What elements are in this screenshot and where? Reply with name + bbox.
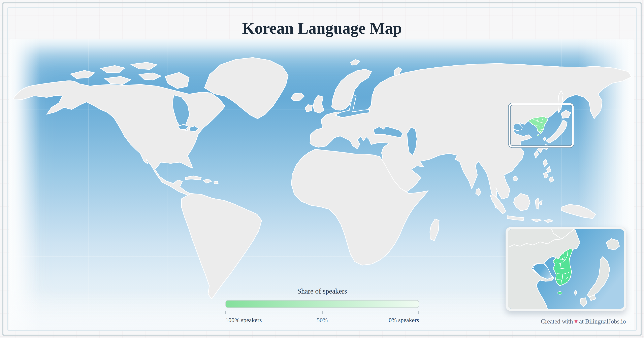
- sri-lanka: [476, 188, 481, 196]
- legend-labels: 100% speakers 50% 0% speakers: [226, 317, 419, 325]
- north-america: [13, 81, 225, 200]
- mindanao: [549, 177, 554, 182]
- legend-gradient-bar: [226, 300, 419, 308]
- hokkaido: [561, 110, 571, 118]
- legend-label-100: 100% speakers: [226, 317, 262, 324]
- legend-tick-100: [226, 311, 226, 314]
- honshu: [546, 120, 567, 143]
- inset-jeju-island: [558, 292, 562, 294]
- iceland: [291, 93, 304, 100]
- sulawesi: [535, 198, 542, 209]
- inset-map: [508, 229, 624, 309]
- inset-map-frame: [506, 227, 626, 311]
- legend-ticks: [226, 311, 419, 314]
- great-britain: [313, 95, 324, 113]
- korea-highlight: [528, 116, 548, 136]
- legend-label-0: 0% speakers: [388, 317, 419, 324]
- borneo: [514, 194, 530, 211]
- heart-icon: ♥: [573, 318, 579, 325]
- taiwan: [534, 150, 538, 158]
- baffin-island: [165, 72, 189, 88]
- page-title: Korean Language Map: [0, 19, 644, 38]
- attribution: Created with♥at BilingualJobs.io: [485, 318, 626, 325]
- legend: Share of speakers 100% speakers 50% 0% s…: [226, 287, 419, 325]
- java: [507, 216, 524, 220]
- legend-tick-0: [418, 311, 419, 314]
- jeju-island: [537, 134, 539, 136]
- legend-title: Share of speakers: [226, 287, 419, 295]
- new-guinea: [561, 204, 596, 218]
- inset-map-canvas: [508, 229, 624, 309]
- attribution-mid: at: [579, 318, 584, 325]
- site-link[interactable]: BilingualJobs.io: [585, 318, 626, 325]
- tsushima: [544, 137, 546, 141]
- legend-label-50: 50%: [317, 317, 328, 324]
- south-america: [182, 194, 262, 299]
- korean-language-map-page: { "header": { "title": "Korean Language …: [0, 0, 644, 338]
- ireland: [305, 104, 312, 112]
- attribution-prefix: Created with: [541, 318, 573, 325]
- madagascar: [430, 219, 439, 240]
- legend-tick-50: [322, 311, 322, 314]
